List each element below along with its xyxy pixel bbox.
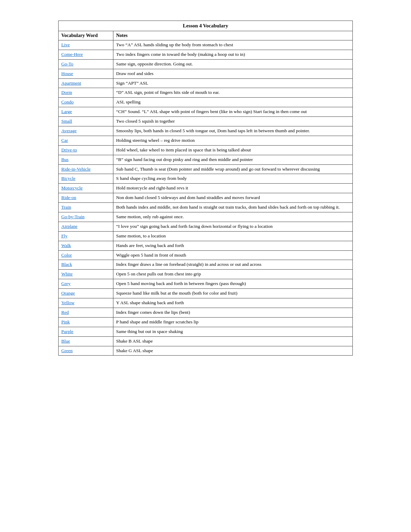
- table-row: BlueShake B ASL shape: [59, 336, 353, 346]
- vocabulary-word-cell: Train: [59, 203, 113, 212]
- vocabulary-word-cell: Green: [59, 346, 113, 356]
- vocabulary-word-link[interactable]: Orange: [61, 290, 75, 296]
- notes-cell: Wiggle open 5 hand in front of mouth: [113, 250, 353, 260]
- vocabulary-word-link[interactable]: Blue: [61, 338, 70, 344]
- notes-cell: Holding steering wheel – reg drive motio…: [113, 136, 353, 145]
- table-row: HouseDraw roof and sides: [59, 69, 353, 78]
- table-row: Come-HereTwo index fingers come in towar…: [59, 50, 353, 59]
- table-row: Dorm“D” ASL sign, point of fingers hits …: [59, 88, 353, 98]
- table-row: Go-ToSame sign, opposite direction. Goin…: [59, 59, 353, 69]
- vocabulary-word-link[interactable]: Average: [61, 128, 77, 133]
- vocabulary-word-cell: Condo: [59, 98, 113, 107]
- vocabulary-word-cell: Apartment: [59, 78, 113, 88]
- vocabulary-word-cell: Yellow: [59, 298, 113, 308]
- vocabulary-word-link[interactable]: Go-To: [61, 61, 73, 66]
- table-row: CondoASL spelling: [59, 98, 353, 107]
- table-row: Go-by-TrainSame motion, only rub against…: [59, 212, 353, 222]
- vocabulary-word-cell: Ride-in-Vehicle: [59, 164, 113, 174]
- vocabulary-word-link[interactable]: Color: [61, 252, 72, 258]
- notes-cell: “CH” Sound. “L” ASL shape with point of …: [113, 107, 353, 117]
- vocabulary-word-link[interactable]: Airplane: [61, 224, 77, 229]
- vocabulary-word-cell: Dorm: [59, 88, 113, 98]
- vocabulary-word-link[interactable]: Go-by-Train: [61, 214, 85, 219]
- table-row: WalkHands are feet, swing back and forth: [59, 241, 353, 250]
- vocabulary-word-link[interactable]: Black: [61, 262, 72, 267]
- notes-cell: Same motion, to a location: [113, 231, 353, 241]
- title-row: Lesson 4 Vocabulary: [59, 21, 353, 31]
- table-row: RedIndex finger comes down the lips (ben…: [59, 308, 353, 317]
- notes-cell: Open 5 on chest pulls out from chest int…: [113, 270, 353, 279]
- table-row: ApartmentSign “APT” ASL: [59, 78, 353, 88]
- vocabulary-word-cell: Come-Here: [59, 50, 113, 59]
- table-row: OrangeSqueeze hand like milk but at the …: [59, 289, 353, 298]
- vocabulary-word-cell: House: [59, 69, 113, 78]
- vocabulary-word-link[interactable]: Small: [61, 119, 72, 124]
- notes-cell: Both hands index and middle, not dom han…: [113, 203, 353, 212]
- vocabulary-word-link[interactable]: Red: [61, 310, 69, 315]
- notes-cell: Sign “APT” ASL: [113, 78, 353, 88]
- vocabulary-word-link[interactable]: Car: [61, 138, 68, 143]
- vocabulary-word-cell: Airplane: [59, 222, 113, 231]
- vocabulary-word-link[interactable]: Yellow: [61, 300, 74, 305]
- vocabulary-word-link[interactable]: Bus: [61, 157, 68, 162]
- table-row: LiveTwo “A” ASL hands sliding up the bod…: [59, 40, 353, 50]
- vocabulary-word-link[interactable]: Drive-to: [61, 147, 77, 152]
- notes-cell: Draw roof and sides: [113, 69, 353, 78]
- vocabulary-word-link[interactable]: Large: [61, 109, 72, 114]
- vocabulary-word-link[interactable]: Ride-in-Vehicle: [61, 166, 90, 172]
- table-row: Ride-onNon dom hand closed 5 sideways an…: [59, 193, 353, 203]
- table-row: ColorWiggle open 5 hand in front of mout…: [59, 250, 353, 260]
- table-row: BicycleS hand shape cycling away from bo…: [59, 174, 353, 184]
- vocabulary-word-link[interactable]: Purple: [61, 329, 73, 334]
- table-title: Lesson 4 Vocabulary: [59, 21, 353, 31]
- table-row: FlySame motion, to a location: [59, 231, 353, 241]
- vocabulary-word-link[interactable]: Fly: [61, 233, 67, 238]
- vocabulary-word-link[interactable]: Train: [61, 205, 71, 210]
- table-row: Ride-in-VehicleSub hand C, Thumb is seat…: [59, 164, 353, 174]
- vocabulary-word-link[interactable]: Apartment: [61, 81, 81, 86]
- vocabulary-word-link[interactable]: Bicycle: [61, 176, 75, 181]
- notes-cell: Smooshy lips, both hands in closed 5 wit…: [113, 126, 353, 136]
- notes-cell: Open 5 hand moving back and forth in bet…: [113, 279, 353, 289]
- notes-cell: Two closed 5 squish in together: [113, 117, 353, 126]
- vocabulary-word-cell: Color: [59, 250, 113, 260]
- vocabulary-word-cell: Pink: [59, 317, 113, 327]
- vocabulary-word-cell: Bus: [59, 155, 113, 164]
- notes-cell: Same thing but out in space shaking: [113, 327, 353, 336]
- vocabulary-word-link[interactable]: House: [61, 71, 73, 76]
- vocabulary-word-cell: Red: [59, 308, 113, 317]
- notes-cell: Hold motorcycle and right-hand revs it: [113, 184, 353, 193]
- vocabulary-word-link[interactable]: Motorcycle: [61, 185, 83, 190]
- table-row: MotorcycleHold motorcycle and right-hand…: [59, 184, 353, 193]
- table-row: SmallTwo closed 5 squish in together: [59, 117, 353, 126]
- vocabulary-word-cell: Ride-on: [59, 193, 113, 203]
- notes-cell: “I love you” sign going back and forth f…: [113, 222, 353, 231]
- vocabulary-word-link[interactable]: Pink: [61, 319, 70, 324]
- vocabulary-word-cell: Grey: [59, 279, 113, 289]
- table-row: TrainBoth hands index and middle, not do…: [59, 203, 353, 212]
- notes-cell: Index finger comes down the lips (bent): [113, 308, 353, 317]
- vocabulary-word-link[interactable]: Live: [61, 42, 70, 47]
- table-row: WhiteOpen 5 on chest pulls out from ches…: [59, 270, 353, 279]
- vocabulary-word-cell: Walk: [59, 241, 113, 250]
- vocabulary-word-link[interactable]: Walk: [61, 243, 71, 248]
- vocabulary-table: Lesson 4 Vocabulary Vocabulary Word Note…: [58, 21, 353, 356]
- vocabulary-word-cell: Fly: [59, 231, 113, 241]
- notes-cell: P hand shape and middle finger scratches…: [113, 317, 353, 327]
- vocabulary-word-cell: Car: [59, 136, 113, 145]
- vocabulary-word-cell: Go-by-Train: [59, 212, 113, 222]
- vocabulary-word-cell: Orange: [59, 289, 113, 298]
- vocabulary-word-link[interactable]: Come-Here: [61, 52, 83, 57]
- vocabulary-word-link[interactable]: Grey: [61, 281, 71, 286]
- vocabulary-word-link[interactable]: White: [61, 271, 73, 276]
- notes-cell: Two index fingers come in toward the bod…: [113, 50, 353, 59]
- vocabulary-word-link[interactable]: Condo: [61, 99, 74, 104]
- notes-cell: Index finger draws a line on forehead (s…: [113, 260, 353, 270]
- table-row: GreenShake G ASL shape: [59, 346, 353, 356]
- vocabulary-word-link[interactable]: Dorm: [61, 90, 72, 95]
- vocabulary-word-link[interactable]: Green: [61, 348, 73, 353]
- vocabulary-word-link[interactable]: Ride-on: [61, 195, 76, 200]
- vocabulary-word-cell: Go-To: [59, 59, 113, 69]
- notes-cell: Hold wheel, take wheel to item placed in…: [113, 145, 353, 155]
- notes-cell: Sub hand C, Thumb is seat (Dom pointer a…: [113, 164, 353, 174]
